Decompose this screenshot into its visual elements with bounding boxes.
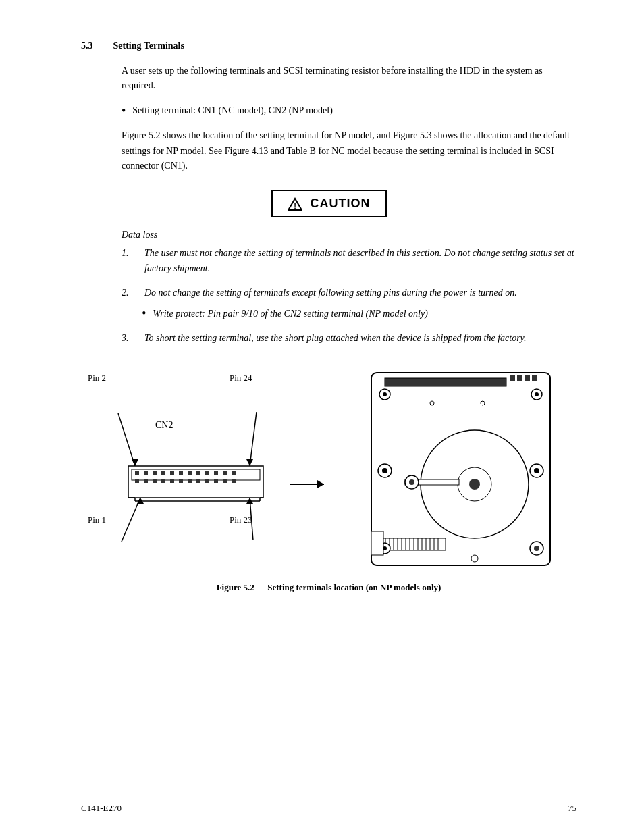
svg-rect-25 [144, 479, 148, 483]
caution-item-3: 3. To short the setting terminal, use th… [122, 331, 576, 346]
section-title: Setting Terminals [113, 41, 184, 51]
svg-rect-28 [170, 479, 174, 483]
caution-list: 1. The user must not change the setting … [122, 246, 576, 346]
svg-point-50 [383, 392, 387, 396]
bullet-item-1: • Setting terminal: CN1 (NC model), CN2 … [122, 103, 576, 119]
svg-line-2 [118, 413, 135, 466]
figure-caption: Figure 5.2 Setting terminals location (o… [81, 582, 576, 593]
svg-point-53 [430, 401, 434, 405]
svg-rect-14 [153, 471, 157, 475]
caution-data-loss: Data loss [122, 230, 576, 240]
caution-label: CAUTION [311, 197, 371, 211]
footer-right: 75 [568, 803, 576, 814]
caution-item-2-text: Do not change the setting of terminals e… [144, 286, 517, 301]
page: 5.3 Setting Terminals A user sets up the… [0, 0, 644, 834]
sub-bullet-text: Write protect: Pin pair 9/10 of the CN2 … [153, 307, 428, 321]
svg-rect-26 [153, 479, 157, 483]
caution-item-1-num: 1. [122, 246, 135, 276]
section-header: 5.3 Setting Terminals [81, 41, 576, 51]
section-number: 5.3 [81, 41, 93, 51]
svg-point-61 [469, 479, 480, 490]
svg-text:!: ! [294, 202, 296, 210]
svg-rect-30 [188, 479, 192, 483]
svg-point-56 [382, 468, 387, 473]
svg-rect-12 [135, 471, 139, 475]
svg-rect-29 [179, 479, 183, 483]
diagram-area: Pin 2 Pin 24 CN2 Pin 1 Pin 23 [81, 366, 576, 569]
svg-marker-42 [317, 480, 324, 488]
svg-rect-27 [161, 479, 165, 483]
figure-caption-label: Figure 5.2 [217, 582, 254, 592]
left-diagram: Pin 2 Pin 24 CN2 Pin 1 Pin 23 [81, 366, 365, 569]
svg-rect-13 [144, 471, 148, 475]
caution-item-3-text: To short the setting terminal, use the s… [144, 331, 527, 346]
caution-item-1: 1. The user must not change the setting … [122, 246, 576, 276]
svg-rect-44 [385, 378, 506, 386]
connector-svg [81, 386, 365, 562]
svg-rect-11 [132, 469, 260, 480]
svg-rect-17 [179, 471, 183, 475]
svg-point-54 [481, 401, 485, 405]
hdd-svg [365, 366, 560, 575]
caution-item-2: 2. Do not change the setting of terminal… [122, 286, 576, 321]
svg-rect-33 [214, 479, 218, 483]
svg-rect-86 [371, 531, 383, 555]
svg-rect-32 [205, 479, 209, 483]
svg-rect-34 [223, 479, 227, 483]
caution-item-2-num: 2. [122, 286, 135, 301]
bullet-dot: • [122, 103, 126, 119]
figure-caption-text: Setting terminals location (on NP models… [267, 582, 441, 592]
caution-box-container: ! CAUTION [81, 190, 576, 217]
figure-caption-spacer [257, 582, 265, 592]
svg-point-58 [534, 468, 539, 473]
svg-rect-16 [170, 471, 174, 475]
caution-item-3-num: 3. [122, 331, 135, 346]
sub-bullet-dot: • [142, 307, 146, 321]
svg-rect-22 [223, 471, 227, 475]
caution-item-2-sub: • Write protect: Pin pair 9/10 of the CN… [142, 307, 576, 321]
svg-marker-3 [132, 459, 138, 466]
caution-triangle-icon: ! [288, 197, 302, 211]
footer: C141-E270 75 [0, 803, 644, 814]
svg-rect-48 [532, 375, 537, 381]
svg-rect-20 [205, 471, 209, 475]
svg-rect-21 [214, 471, 218, 475]
caution-content: Data loss 1. The user must not change th… [122, 230, 576, 346]
right-diagram [365, 366, 567, 569]
svg-line-8 [250, 498, 253, 540]
svg-rect-35 [232, 479, 236, 483]
svg-rect-31 [196, 479, 200, 483]
svg-rect-19 [196, 471, 200, 475]
intro-paragraph: A user sets up the following terminals a… [122, 63, 576, 94]
pin2-label: Pin 2 [88, 373, 106, 384]
figure-ref-paragraph: Figure 5.2 shows the location of the set… [122, 128, 576, 174]
footer-left: C141-E270 [81, 803, 122, 814]
bullet-text-1: Setting terminal: CN1 (NC model), CN2 (N… [132, 103, 333, 118]
svg-marker-5 [246, 459, 253, 466]
svg-rect-47 [525, 375, 530, 381]
svg-point-64 [409, 479, 414, 485]
svg-rect-45 [510, 375, 515, 381]
pin24-label: Pin 24 [230, 373, 252, 384]
svg-rect-46 [517, 375, 522, 381]
svg-line-6 [122, 498, 140, 542]
svg-point-82 [534, 546, 539, 551]
caution-box: ! CAUTION [271, 190, 387, 217]
svg-rect-24 [135, 479, 139, 483]
caution-item-1-text: The user must not change the setting of … [144, 246, 576, 276]
svg-point-52 [535, 392, 539, 396]
svg-line-4 [250, 412, 257, 466]
svg-rect-23 [232, 471, 236, 475]
svg-point-85 [471, 555, 478, 562]
svg-rect-18 [188, 471, 192, 475]
svg-rect-15 [161, 471, 165, 475]
